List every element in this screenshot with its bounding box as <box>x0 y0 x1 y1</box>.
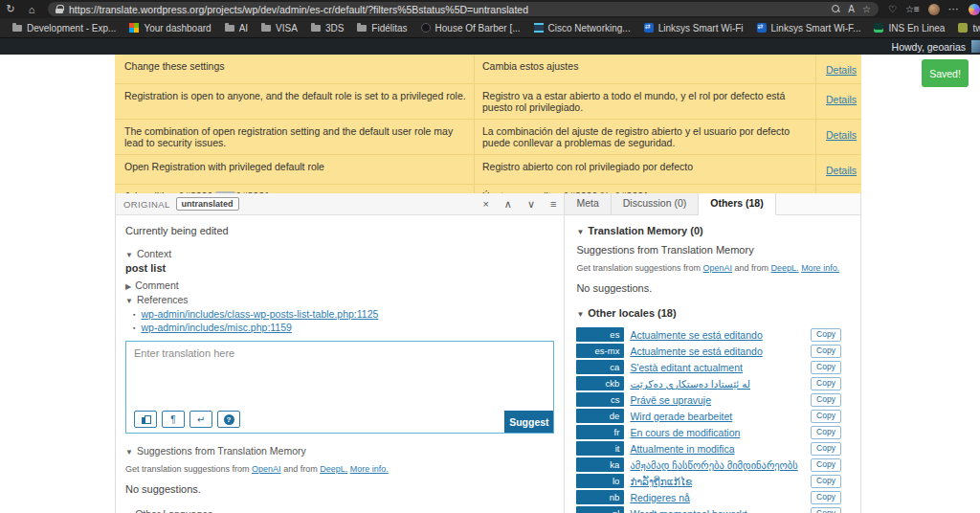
locale-code-badge[interactable]: cs <box>576 392 624 407</box>
bookmark-item[interactable]: Your dashboard <box>122 18 217 37</box>
chevron-up-icon[interactable]: ∧ <box>504 198 512 211</box>
account-avatar[interactable] <box>971 40 980 53</box>
refresh-icon[interactable]: ↻ <box>0 3 21 15</box>
menu-icon[interactable]: ≡ <box>550 198 556 211</box>
locale-translation-link[interactable]: Actualmente se está editando <box>630 329 762 341</box>
profile-avatar[interactable] <box>928 4 940 15</box>
locale-code-badge[interactable]: it <box>576 441 624 456</box>
locale-code-badge[interactable]: fr <box>576 425 624 439</box>
locale-code-badge[interactable]: ka <box>576 457 624 472</box>
suggest-button[interactable]: Suggest <box>504 411 553 433</box>
details-link[interactable]: Details <box>826 129 857 141</box>
help-button[interactable]: ? <box>217 411 240 428</box>
home-icon[interactable]: ⌂ <box>21 4 42 15</box>
table-row[interactable]: Change these settings Cambia estos ajust… <box>115 55 861 84</box>
locale-translation-link[interactable]: Actualmente se está editando <box>630 346 762 357</box>
other-locales-toggle[interactable]: ▼Other locales (18) <box>576 307 849 319</box>
insert-newline-button[interactable]: ↵ <box>189 411 212 428</box>
bookmark-item[interactable]: 3DS <box>304 18 350 37</box>
close-icon[interactable]: × <box>482 198 488 211</box>
locale-translation-link[interactable]: لە ئێستادا دەستکاری دەکرێت <box>630 378 750 390</box>
tab-others[interactable]: Others (18) <box>699 193 775 215</box>
table-row[interactable]: The combination of open registration set… <box>115 120 861 155</box>
table-row[interactable]: Open Registration with privileged defaul… <box>115 155 861 185</box>
locale-code-badge[interactable]: ckb <box>576 376 624 390</box>
saved-notice-button[interactable]: Saved! <box>922 59 969 87</box>
more-info-link[interactable]: More info. <box>801 263 839 273</box>
comment-section-toggle[interactable]: ▶Comment <box>125 279 554 291</box>
table-row[interactable]: Registration is open to anyone, and the … <box>115 84 861 120</box>
details-link[interactable]: Details <box>826 94 857 105</box>
locale-translation: Attualmente in modifica <box>630 443 811 455</box>
bookmark-item[interactable]: twenty one pilots -... <box>951 18 980 37</box>
copy-button[interactable]: Copy <box>811 491 841 504</box>
copy-button[interactable]: Copy <box>811 361 841 374</box>
copy-original-button[interactable] <box>134 411 157 428</box>
tab-meta[interactable]: Meta <box>565 193 611 214</box>
url-text[interactable]: https://translate.wordpress.org/projects… <box>69 4 528 15</box>
copy-button[interactable]: Copy <box>811 475 841 488</box>
bookmark-item[interactable]: Linksys Smart Wi-Fi <box>637 18 750 37</box>
openai-link[interactable]: OpenAI <box>252 464 281 474</box>
bookmark-item[interactable]: Linksys Smart Wi-F... <box>750 18 868 37</box>
bookmark-item[interactable]: House Of Barber [... <box>414 18 527 37</box>
copilot-icon[interactable] <box>969 4 980 15</box>
references-section-toggle[interactable]: ▼References <box>125 294 554 305</box>
locale-code-badge[interactable]: de <box>576 409 624 423</box>
howdy-account-link[interactable]: Howdy, geoarias <box>892 41 966 53</box>
details-link[interactable]: Details <box>826 165 857 176</box>
locale-translation-link[interactable]: Wordt momenteel bewerkt <box>630 508 746 513</box>
locale-code-badge[interactable]: es-mx <box>576 344 624 358</box>
browser-essentials-icon[interactable]: ♡ <box>888 4 897 14</box>
bookmark-item[interactable]: AI <box>218 18 255 37</box>
locale-translation-link[interactable]: ამჟამად ჩასწორება მიმდინარეობს <box>630 459 797 471</box>
reference-link[interactable]: wp-admin/includes/class-wp-posts-list-ta… <box>141 308 378 320</box>
more-menu-icon[interactable]: ⋯ <box>948 3 960 15</box>
locale-translation-link[interactable]: Wird gerade bearbeitet <box>630 411 732 422</box>
copy-button[interactable]: Copy <box>811 328 841 342</box>
chevron-down-icon[interactable]: ∨ <box>527 198 535 211</box>
locale-translation-link[interactable]: En cours de modification <box>630 427 740 438</box>
locale-translation-link[interactable]: Právě se upravuje <box>630 394 711 406</box>
locale-code-badge[interactable]: nb <box>576 490 624 504</box>
bookmark-item[interactable]: Development - Exp... <box>6 18 122 37</box>
deepl-link[interactable]: DeepL. <box>771 263 799 273</box>
details-link[interactable]: Details <box>826 64 857 76</box>
bookmark-item[interactable]: VISA <box>255 18 304 37</box>
translation-textarea[interactable] <box>126 342 553 409</box>
context-section-toggle[interactable]: ▼Context <box>125 248 554 259</box>
locale-code-badge[interactable]: nl <box>576 506 624 513</box>
bookmark-item[interactable]: Cisco Networking... <box>527 18 637 37</box>
copy-button[interactable]: Copy <box>811 393 841 407</box>
copy-button[interactable]: Copy <box>811 442 841 456</box>
locale-code-badge[interactable]: ca <box>576 360 624 374</box>
copy-button[interactable]: Copy <box>811 377 841 390</box>
copy-button[interactable]: Copy <box>811 345 841 358</box>
more-info-link[interactable]: More info. <box>350 464 389 474</box>
bookmark-item[interactable]: Fidélitas <box>350 18 413 37</box>
tab-discussion[interactable]: Discussion (0) <box>612 193 700 214</box>
insert-placeholder-button[interactable]: ¶ <box>162 411 185 428</box>
zoom-icon[interactable] <box>832 5 840 13</box>
copy-button[interactable]: Copy <box>811 458 841 472</box>
locale-translation-link[interactable]: Attualmente in modifica <box>630 443 734 455</box>
tm-count-toggle[interactable]: ▼Translation Memory (0) <box>576 225 849 236</box>
address-bar[interactable]: https://translate.wordpress.org/projects… <box>48 2 879 16</box>
favorite-star-icon[interactable]: ☆ <box>862 4 871 14</box>
reference-link[interactable]: wp-admin/includes/misc.php:1159 <box>141 322 291 333</box>
locale-translation-link[interactable]: ກຳລັງຖືກແກ້ໄຂ <box>630 476 692 487</box>
tm-section-toggle[interactable]: ▼Suggestions from Translation Memory <box>125 445 554 457</box>
copy-button[interactable]: Copy <box>811 426 841 439</box>
copy-button[interactable]: Copy <box>811 410 841 423</box>
locale-translation-link[interactable]: S'està editant actualment <box>630 362 743 373</box>
copy-button[interactable]: Copy <box>811 507 841 513</box>
deepl-link[interactable]: DeepL. <box>320 464 347 474</box>
favorites-list-icon[interactable]: ☆≡ <box>905 4 920 14</box>
locale-code-badge[interactable]: lo <box>576 474 624 488</box>
locale-code-badge[interactable]: es <box>576 327 624 342</box>
read-aloud-icon[interactable]: A <box>848 4 855 14</box>
openai-link[interactable]: OpenAI <box>702 263 732 273</box>
locale-translation-link[interactable]: Redigeres nå <box>630 492 689 503</box>
other-languages-toggle[interactable]: ▶Other Languages <box>125 508 554 513</box>
bookmark-item[interactable]: INS En Linea <box>867 18 951 37</box>
